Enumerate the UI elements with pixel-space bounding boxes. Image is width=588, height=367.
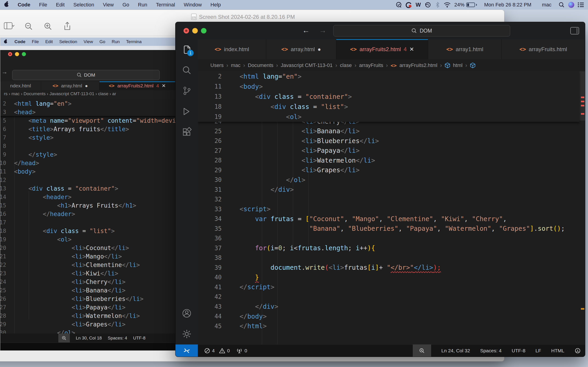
code-editor[interactable]: 24 <li>Cherry</li>25 <li>Banana</li>26 <… (198, 71, 585, 344)
share-icon[interactable] (62, 21, 73, 31)
word-icon[interactable]: W (414, 1, 422, 9)
menu-item-edit[interactable]: Edit (52, 2, 69, 8)
minimize-button[interactable] (192, 28, 198, 33)
menu-item-help[interactable]: Help (206, 2, 225, 8)
menu-item-view[interactable]: View (99, 2, 118, 8)
close-tab-icon[interactable]: ✕ (409, 46, 414, 52)
menu-item-go[interactable]: Go (118, 2, 133, 8)
menu-item-edit[interactable]: Edit (42, 39, 56, 44)
window-controls[interactable] (183, 28, 207, 33)
command-center-search[interactable]: DOM (333, 25, 510, 36)
remote-indicator[interactable] (175, 344, 198, 357)
spaces-indicator[interactable]: Spaces: 4 (480, 348, 502, 353)
eol-indicator[interactable]: LF (536, 348, 541, 353)
captured-line-col[interactable]: Ln 30, Col 18 (76, 336, 102, 341)
menu-item-selection[interactable]: Selection (69, 2, 99, 8)
history-icon[interactable] (424, 1, 432, 9)
wifi-icon[interactable] (443, 1, 451, 9)
tab-array.html[interactable]: <>array.html● (266, 39, 336, 59)
tab-array.html[interactable]: <>array.html● (41, 81, 99, 90)
breadcrumb-item[interactable]: mac (231, 62, 241, 68)
control-center-icon[interactable] (577, 1, 585, 9)
source-control-icon[interactable] (175, 81, 198, 101)
record-icon[interactable] (405, 1, 413, 9)
title-bar[interactable]: ← → DOM (175, 22, 585, 39)
breadcrumb-item[interactable]: Javascript CMT-113-01 (281, 62, 333, 68)
siri-icon[interactable] (567, 1, 575, 9)
breadcrumb-item[interactable]: Users (210, 62, 224, 68)
maximize-button[interactable] (22, 52, 26, 56)
menu-app-name[interactable]: Code (13, 2, 35, 8)
minimize-button[interactable] (15, 52, 19, 56)
back-arrow-icon[interactable]: ← (302, 26, 310, 35)
breadcrumb-item[interactable]: Documents (248, 62, 273, 68)
macro-icon[interactable] (395, 1, 403, 9)
zoom-in-icon[interactable] (43, 21, 53, 31)
breadcrumb-item[interactable]: arrayFruits2.html (399, 62, 437, 68)
apple-menu[interactable] (0, 1, 13, 8)
captured-spaces[interactable]: Spaces: 4 (108, 336, 127, 341)
close-tab-icon[interactable]: ✕ (162, 83, 166, 89)
code-text: <li>Clementine</li> (14, 261, 140, 268)
menu-item-file[interactable]: File (35, 2, 52, 8)
close-button[interactable] (183, 28, 189, 33)
explorer-icon[interactable]: 1 (175, 39, 198, 60)
captured-breadcrumb[interactable]: rs › mac › Documents › Javascript CMT-11… (4, 91, 116, 96)
code-line: 27 <li>Papaya</li> (198, 146, 585, 156)
menu-item-view[interactable]: View (80, 39, 96, 44)
menu-item-termina[interactable]: Termina (123, 39, 145, 44)
tab-arrayFruits2.html[interactable]: <>arrayFruits2.html4✕ (336, 39, 428, 59)
code-text: </html> (240, 322, 267, 330)
tab-index.html[interactable]: <>index.html (198, 39, 266, 59)
captured-command-center[interactable]: DOM (12, 70, 160, 80)
captured-encoding[interactable]: UTF-8 (133, 336, 146, 341)
feedback-icon[interactable] (574, 348, 581, 354)
tab-arrayFruits.html[interactable]: <>arrayFruits.html (502, 39, 585, 59)
tab-label: index.html (224, 46, 249, 52)
line-number: 40 (198, 274, 228, 281)
spotlight-icon[interactable] (558, 1, 565, 9)
forward-arrow-icon[interactable]: → (319, 26, 326, 35)
scrollbar-thumb[interactable] (579, 71, 585, 121)
language-indicator[interactable]: HTML (551, 348, 564, 353)
breadcrumb-item[interactable]: arrayFruits (359, 62, 383, 68)
menu-clock[interactable]: Mon Feb 26 8:22 PM (479, 2, 536, 8)
settings-gear-icon[interactable] (175, 324, 198, 344)
account-icon[interactable] (175, 303, 198, 324)
line-col-indicator[interactable]: Ln 24, Col 32 (441, 348, 470, 353)
sidebar-toggle-icon[interactable] (4, 21, 15, 31)
breadcrumb-item[interactable]: html (453, 62, 463, 68)
search-view-icon[interactable] (175, 60, 198, 81)
breadcrumb-chevron-icon: › (243, 62, 245, 69)
menu-item-window[interactable]: Window (179, 2, 206, 8)
layout-toggle-icon[interactable] (570, 27, 579, 34)
line-number: 13 (0, 185, 6, 192)
captured-window-controls[interactable] (8, 52, 26, 56)
tab-arrayFruits2.html[interactable]: <>arrayFruits2.html4✕ (99, 81, 175, 90)
tab-array1.html[interactable]: <>array1.html (428, 39, 502, 59)
ports-indicator[interactable]: 0 (236, 348, 247, 354)
code-text: <script> (240, 205, 271, 213)
menu-item-run[interactable]: Run (108, 39, 123, 44)
bluetooth-icon[interactable] (434, 1, 441, 9)
menu-item-run[interactable]: Run (134, 2, 152, 8)
menu-item-selection[interactable]: Selection (56, 39, 80, 44)
problems-indicator[interactable]: 4 0 (204, 348, 230, 354)
maximize-button[interactable] (201, 28, 207, 33)
menu-item-file[interactable]: File (29, 39, 42, 44)
device-name[interactable]: mac (537, 2, 556, 8)
close-button[interactable] (8, 52, 12, 56)
extensions-icon[interactable] (175, 122, 198, 142)
tab-ndex.html[interactable]: ndex.html (0, 81, 41, 90)
code-text: </body> (240, 313, 267, 320)
forward-arrow-icon[interactable]: → (2, 68, 8, 75)
run-debug-icon[interactable] (175, 101, 198, 122)
zoom-indicator[interactable] (413, 344, 431, 357)
captured-zoom-indicator[interactable] (58, 334, 70, 342)
code-text: <meta name="viewport" content="width=dev… (14, 117, 187, 124)
menu-item-terminal[interactable]: Terminal (152, 2, 179, 8)
encoding-indicator[interactable]: UTF-8 (512, 348, 526, 353)
zoom-out-icon[interactable] (23, 21, 34, 31)
menu-item-go[interactable]: Go (96, 39, 108, 44)
breadcrumb-item[interactable]: clase (340, 62, 352, 68)
